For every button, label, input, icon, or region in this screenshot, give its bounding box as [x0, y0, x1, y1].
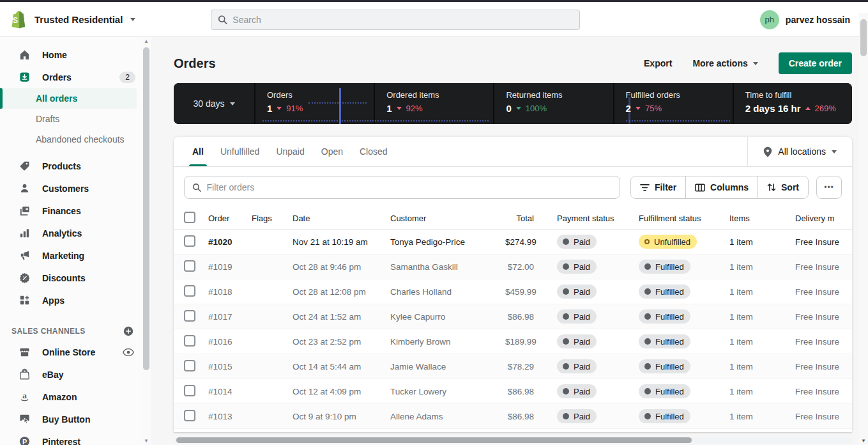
row-checkbox[interactable]: [184, 360, 195, 371]
metric-returned-items[interactable]: Returned items 0100%: [494, 83, 613, 124]
export-button[interactable]: Export: [636, 53, 680, 74]
metric-time-to-fulfill[interactable]: Time to fulfill 2 days 16 hr269%: [734, 83, 852, 124]
tab-unfulfilled[interactable]: Unfulfilled: [212, 137, 268, 166]
payment-status-label: Paid: [574, 412, 590, 421]
shopify-logo-icon: S: [9, 10, 27, 29]
tab-unpaid[interactable]: Unpaid: [268, 137, 312, 166]
page-scrollbar[interactable]: ▼: [859, 13, 868, 445]
sidebar-item-pinterest[interactable]: P Pinterest: [0, 430, 151, 445]
sidebar-item-discounts[interactable]: Discounts: [0, 267, 151, 289]
fulfillment-status-label: Fulfilled: [655, 387, 684, 396]
table-row[interactable]: #1020 Nov 21 at 10:19 am Tonya Pedigo-Pr…: [174, 230, 852, 254]
row-checkbox[interactable]: [184, 260, 195, 272]
filter-orders-field[interactable]: [184, 176, 620, 199]
sidebar-scrollbar[interactable]: ▲ ▼: [142, 37, 151, 445]
header-items[interactable]: Items: [729, 214, 795, 223]
tab-all[interactable]: All: [184, 137, 212, 166]
date-range-selector[interactable]: 30 days: [174, 83, 254, 124]
sidebar-item-online-store[interactable]: Online Store: [0, 341, 151, 363]
scroll-up-icon[interactable]: ▲: [142, 38, 151, 44]
customer-name: Kimberly Brown: [390, 337, 505, 347]
table-row[interactable]: #1014 Oct 12 at 4:09 pm Tucker Lowery $8…: [174, 379, 852, 404]
metric-orders[interactable]: Orders 191%: [255, 83, 374, 124]
metric-label: Time to fulfill: [745, 90, 852, 100]
page-scrollbar-thumb[interactable]: [860, 19, 867, 56]
sidebar-item-analytics[interactable]: Analytics: [0, 222, 151, 244]
eye-icon[interactable]: [123, 348, 134, 357]
filter-button[interactable]: Filter: [631, 176, 685, 198]
order-number[interactable]: #1013: [208, 412, 252, 421]
row-checkbox[interactable]: [184, 285, 195, 297]
sort-button[interactable]: Sort: [758, 176, 808, 198]
sidebar-item-apps[interactable]: Apps: [0, 289, 151, 311]
sidebar-item-buy-button[interactable]: Buy Button: [0, 408, 151, 430]
table-row[interactable]: [174, 429, 852, 432]
table-row[interactable]: #1019 Oct 28 at 9:46 pm Samantha Gaskill…: [174, 254, 852, 279]
row-checkbox[interactable]: [184, 310, 195, 322]
sidebar-item-customers[interactable]: Customers: [0, 177, 151, 199]
row-checkbox[interactable]: [184, 335, 195, 347]
order-number[interactable]: #1016: [208, 337, 252, 347]
order-number[interactable]: #1019: [208, 262, 252, 272]
header-date[interactable]: Date: [293, 214, 390, 223]
table-row[interactable]: #1015 Oct 14 at 5:44 am Jamie Wallace $7…: [174, 354, 852, 379]
header-flags[interactable]: Flags: [252, 214, 293, 223]
store-switcher[interactable]: S Trusted Residential: [0, 10, 135, 29]
scroll-down-icon[interactable]: ▼: [142, 438, 151, 444]
delivery-method: Free Insure: [795, 362, 852, 371]
more-actions-button[interactable]: More actions: [685, 53, 765, 74]
order-number[interactable]: #1014: [208, 387, 252, 396]
header-delivery-method[interactable]: Delivery m: [795, 214, 852, 223]
table-row[interactable]: #1013 Oct 9 at 9:10 pm Allene Adams $86.…: [174, 404, 852, 429]
metric-ordered-items[interactable]: Ordered items 192%: [375, 83, 493, 124]
add-channel-button[interactable]: [123, 325, 134, 337]
table-row[interactable]: #1017 Oct 24 at 1:52 am Kylee Capurro $8…: [174, 304, 852, 329]
order-number[interactable]: #1017: [208, 312, 252, 322]
tab-closed[interactable]: Closed: [351, 137, 396, 166]
sidebar-item-drafts[interactable]: Drafts: [0, 109, 151, 129]
row-checkbox[interactable]: [184, 235, 195, 247]
sidebar-item-home[interactable]: Home: [0, 43, 151, 66]
scroll-down-icon[interactable]: ▼: [859, 438, 868, 444]
sidebar-item-ebay[interactable]: eBay: [0, 363, 151, 386]
metric-value: 2 days 16 hr: [745, 103, 801, 114]
chevron-down-icon: [753, 62, 758, 65]
sidebar-scrollbar-thumb[interactable]: [143, 47, 149, 370]
header-fulfillment-status[interactable]: Fulfillment status: [639, 214, 729, 223]
order-number[interactable]: #1020: [208, 237, 252, 247]
header-order[interactable]: Order: [208, 214, 252, 223]
metric-fulfilled-orders[interactable]: Fulfilled orders 275%: [614, 83, 733, 124]
horizontal-scrollbar[interactable]: [174, 437, 852, 443]
more-options-button[interactable]: •••: [816, 176, 842, 199]
filter-orders-input[interactable]: [206, 182, 611, 192]
status-dot-icon: [563, 288, 569, 295]
fulfillment-status-badge: Fulfilled: [639, 309, 690, 324]
metric-value: 2: [626, 103, 631, 114]
sidebar-item-amazon[interactable]: a Amazon: [0, 386, 151, 408]
order-number[interactable]: #1015: [208, 362, 252, 371]
sidebar-item-finances[interactable]: Finances: [0, 199, 151, 222]
horizontal-scrollbar-thumb[interactable]: [176, 437, 692, 443]
table-row[interactable]: #1016 Oct 23 at 2:52 pm Kimberly Brown $…: [174, 329, 852, 354]
header-payment-status[interactable]: Payment status: [557, 214, 639, 223]
sidebar-item-marketing[interactable]: Marketing: [0, 244, 151, 267]
header-total[interactable]: Total: [505, 214, 557, 223]
create-order-button[interactable]: Create order: [779, 52, 852, 74]
columns-button[interactable]: Columns: [685, 176, 758, 198]
order-date: Oct 9 at 9:10 pm: [293, 412, 390, 421]
sidebar-item-orders[interactable]: Orders 2: [0, 66, 151, 88]
table-row[interactable]: #1018 Oct 28 at 12:08 pm Charles Holland…: [174, 279, 852, 304]
sidebar-item-abandoned-checkouts[interactable]: Abandoned checkouts: [0, 129, 151, 150]
order-number[interactable]: #1018: [208, 287, 252, 297]
sidebar-item-all-orders[interactable]: All orders: [0, 88, 137, 109]
select-all-checkbox[interactable]: [184, 212, 195, 223]
global-search[interactable]: [211, 10, 580, 30]
user-menu[interactable]: ph parvez hossain: [760, 2, 850, 37]
sidebar-item-products[interactable]: Products: [0, 155, 151, 177]
tab-open[interactable]: Open: [313, 137, 351, 166]
search-input[interactable]: [232, 15, 573, 25]
row-checkbox[interactable]: [184, 410, 195, 421]
locations-dropdown[interactable]: All locations: [747, 137, 852, 166]
header-customer[interactable]: Customer: [390, 214, 505, 223]
row-checkbox[interactable]: [184, 385, 195, 396]
